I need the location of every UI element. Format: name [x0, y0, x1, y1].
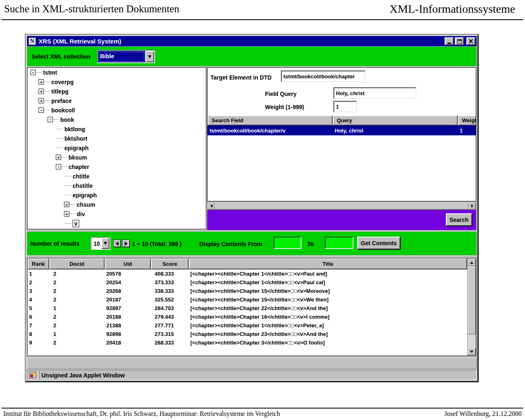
vertical-scrollbar-thumb[interactable] — [468, 267, 476, 334]
scroll-down-button[interactable] — [468, 348, 476, 355]
result-row[interactable]: 7221388277.771[<chapter><chtitle>Chapter… — [27, 321, 467, 330]
tree-toggle-minus-icon[interactable] — [48, 117, 53, 122]
result-row[interactable]: 6220188279.443[<chapter><chtitle>Chapter… — [27, 313, 467, 321]
maximize-icon — [457, 39, 462, 43]
minimize-button[interactable] — [445, 37, 454, 45]
target-element-input[interactable] — [281, 71, 365, 82]
tree-connector — [56, 138, 63, 139]
window-title: XRS (XML Retrieval System) — [39, 38, 121, 45]
tree-toggle-plus-icon[interactable] — [56, 155, 61, 160]
weight-label: Weight (1-999) — [265, 104, 304, 110]
collection-selected-value: Bible — [98, 51, 145, 62]
result-row[interactable]: 2220254373.333[<chapter><chtitle>Chapter… — [27, 278, 467, 287]
tree-item[interactable]: bktlong — [27, 124, 206, 134]
rank-column-header[interactable]: Rank — [27, 258, 49, 269]
weight-column-header[interactable]: Weight — [458, 115, 476, 126]
tree-item[interactable]: bksum — [27, 153, 206, 162]
title-cell: [<chapter><chtitle>Chapter 1</chtitle>□□… — [189, 322, 467, 329]
rank-cell: 2 — [27, 279, 49, 285]
title-bar[interactable]: N XRS (XML Retrieval System) — [27, 36, 477, 46]
tree-toggle-minus-icon[interactable] — [30, 70, 36, 75]
results-count-select[interactable]: 10 — [91, 237, 110, 250]
result-row[interactable]: 4220187325.552[<chapter><chtitle>Chapter… — [27, 295, 467, 304]
docid-cell: 1 — [49, 305, 105, 311]
next-page-button[interactable] — [122, 240, 130, 247]
scroll-up-button[interactable] — [468, 259, 476, 266]
tree-item[interactable]: bookcoll — [27, 105, 206, 115]
tree-item[interactable]: chstitle — [27, 181, 206, 190]
tree-connector — [53, 119, 59, 120]
rank-cell: 6 — [27, 314, 49, 320]
tree-item[interactable]: chtitle — [27, 171, 206, 181]
tree-item[interactable]: bktshort — [27, 134, 206, 143]
tree-toggle-plus-icon[interactable] — [39, 79, 44, 84]
rank-cell: 5 — [27, 305, 49, 311]
tree-toggle-minus-icon[interactable] — [39, 107, 44, 113]
tree-item-selected[interactable]: v — [27, 219, 206, 228]
scroll-right-button[interactable] — [468, 202, 476, 210]
collection-dropdown-button[interactable] — [145, 51, 154, 62]
tree-toggle-plus-icon[interactable] — [39, 89, 44, 94]
maximize-button[interactable] — [455, 37, 464, 45]
results-table: Rank Docid Uid Score Title 1220578408.33… — [27, 258, 476, 356]
collection-select[interactable]: Bible — [97, 50, 155, 63]
result-row[interactable]: 1220578408.333[<chapter><chtitle>Chapter… — [27, 269, 467, 278]
display-to-input[interactable] — [325, 237, 354, 249]
tree-item-label: chtitle — [73, 173, 89, 180]
scroll-left-button[interactable] — [208, 202, 215, 210]
uid-cell: 20187 — [105, 297, 151, 303]
tree-item[interactable]: book — [27, 115, 206, 124]
tree-item[interactable]: chsum — [27, 200, 206, 209]
tree-connector — [64, 176, 71, 176]
next-page-icon — [125, 242, 128, 246]
docid-cell: 2 — [49, 314, 105, 320]
previous-page-button[interactable] — [113, 240, 121, 247]
uid-column-header[interactable]: Uid — [105, 258, 151, 269]
tree-item[interactable]: chapter — [27, 162, 206, 171]
scroll-right-icon — [471, 204, 473, 208]
number-of-results-label: Number of results — [30, 240, 80, 247]
tree-item-label: coverpg — [51, 79, 73, 85]
result-row[interactable]: 8192898273.315[<chapter><chtitle>Chapter… — [27, 330, 467, 338]
score-column-header[interactable]: Score — [151, 258, 189, 269]
tree-toggle-plus-icon[interactable] — [39, 98, 44, 103]
display-contents-from-label: Display Contents From — [199, 241, 262, 247]
field-query-input[interactable] — [333, 87, 416, 99]
result-range-text: 1 ~ 10 (Total: 399 ) — [132, 241, 182, 247]
tree-item[interactable]: tstmt — [27, 68, 206, 77]
results-count-dropdown-button[interactable] — [101, 238, 110, 249]
to-label: To — [307, 241, 314, 247]
result-row[interactable]: 3220268338.333[<chapter><chtitle>Chapter… — [27, 287, 467, 295]
result-row[interactable]: 9220418268.333[<chapter><chtitle>Chapter… — [27, 338, 467, 347]
title-cell: [<chapter><chtitle>Chapter 15</chtitle>□… — [189, 297, 467, 303]
weight-input[interactable] — [333, 101, 357, 112]
tree-toggle-plus-icon[interactable] — [64, 211, 69, 217]
title-cell: [<chapter><chtitle>Chapter 1</chtitle>□□… — [189, 271, 467, 277]
horizontal-scrollbar[interactable] — [207, 202, 476, 210]
tree-item[interactable]: epigraph — [27, 190, 206, 200]
docid-cell: 2 — [49, 271, 105, 277]
get-contents-button[interactable]: Get Contents — [357, 237, 400, 249]
tree-item[interactable]: div — [27, 209, 206, 219]
query-column-header[interactable]: Query — [333, 115, 458, 126]
tree-item[interactable]: preface — [27, 96, 206, 105]
close-button[interactable] — [466, 37, 475, 45]
result-row[interactable]: 5192897284.703[<chapter><chtitle>Chapter… — [27, 304, 467, 313]
docid-column-header[interactable]: Docid — [49, 258, 105, 269]
tree-item[interactable]: coverpg — [27, 77, 206, 87]
tree-toggle-minus-icon[interactable] — [56, 164, 61, 169]
tree-item[interactable]: epigraph — [27, 143, 206, 153]
display-from-input[interactable] — [274, 237, 301, 249]
tree-item[interactable]: titlepg — [27, 87, 206, 96]
status-bar: Unsigned Java Applet Window — [27, 370, 477, 380]
vertical-scrollbar[interactable] — [467, 258, 476, 356]
horizontal-scrollbar-thumb[interactable] — [215, 202, 468, 210]
title-column-header[interactable]: Title — [189, 258, 467, 269]
search-field-column-header[interactable]: Search Field — [208, 115, 333, 126]
collection-label: Select XML collection — [32, 53, 91, 60]
score-cell: 325.552 — [151, 297, 189, 303]
search-button[interactable]: Search — [446, 213, 472, 226]
search-field-row-selected[interactable]: tstmt/bookcoll/book/chapter/v Holy, chri… — [208, 126, 476, 135]
tree-connector — [62, 157, 67, 158]
tree-toggle-plus-icon[interactable] — [64, 202, 69, 207]
